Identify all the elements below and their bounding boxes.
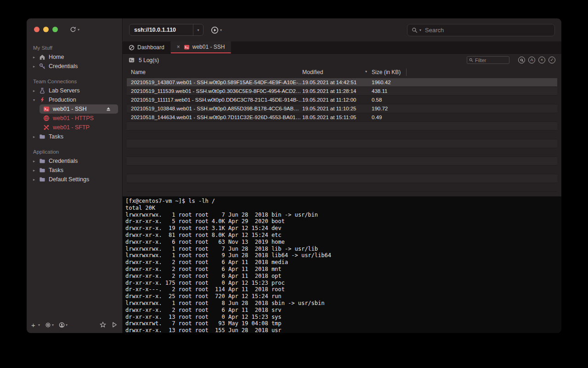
clear-log-button[interactable]: ×	[538, 57, 545, 63]
log-table-header: Name Modified▾ Size (in KB)	[127, 66, 557, 78]
user-menu-button[interactable]: ▾	[59, 322, 68, 328]
connection-dropdown[interactable]: ssh://10.0.1.110 ▾	[129, 24, 204, 36]
table-row[interactable]: 20210519_143807.web01 - SSH.w0t0p0.589F1…	[127, 78, 557, 87]
add-button[interactable]: + ▾	[31, 322, 40, 328]
connect-play-button[interactable]: ▾	[211, 26, 222, 34]
sync-dropdown-button[interactable]: ▾	[70, 26, 79, 33]
search-icon	[412, 27, 418, 33]
log-size-cell: 190.72	[372, 106, 406, 111]
sync-icon	[70, 26, 76, 33]
log-panel-header: 5 Log(s) Filter A × ✓	[123, 54, 561, 66]
terminal-line: drwxr-xr-x. 25 root root 720 Apr 12 15:2…	[125, 293, 561, 300]
tab-dashboard[interactable]: Dashboard	[123, 41, 171, 53]
flask-icon	[39, 87, 45, 94]
sidebar-item-credentials[interactable]: ▸Credentials	[27, 62, 122, 71]
sidebar-item-web01-sftp[interactable]: web01 - SFTP	[27, 123, 122, 132]
sidebar-section-title: Application	[27, 147, 122, 156]
terminal-line: lrwxrwxrwx. 1 root root 8 Jun 28 2018 sb…	[125, 300, 561, 307]
sidebar-item-tasks[interactable]: ▸Tasks	[27, 166, 122, 175]
log-name-cell: 20210519_111539.web01 - SSH.w0t0p0.3036C…	[127, 88, 302, 94]
column-header-name[interactable]: Name	[127, 69, 302, 75]
traffic-light-minimize-button[interactable]	[43, 27, 49, 32]
sidebar-item-home[interactable]: ▸Home	[27, 52, 122, 62]
xarrows-icon	[43, 124, 50, 131]
empty-table-row	[127, 183, 557, 192]
log-table-rows: 20210519_143807.web01 - SSH.w0t0p0.589F1…	[127, 78, 557, 192]
log-size-cell: 1960.42	[372, 80, 406, 85]
chevron-right-icon[interactable]: ▸	[33, 64, 39, 69]
eject-icon[interactable]	[106, 106, 111, 112]
log-count-label: 5 Log(s)	[139, 57, 159, 63]
terminal-line: drwxr-xr-x. 2 root root 6 Apr 11 2018 op…	[125, 273, 561, 280]
play-outline-button[interactable]	[111, 322, 118, 328]
log-modified-cell: 18.05.2021 at 15:11:05	[302, 115, 372, 120]
terminal-line: dr-xr-x---. 2 root root 114 Apr 11 2018 …	[125, 286, 561, 293]
terminal-line: drwxr-xr-x. 2 root root 6 Apr 11 2018 mn…	[125, 266, 561, 273]
sidebar-item-label: Production	[49, 97, 76, 103]
table-row[interactable]: 20210519_103848.web01 - SSH.w0t0p0.A855D…	[127, 104, 557, 113]
traffic-light-close-button[interactable]	[34, 27, 40, 32]
sidebar-item-web01-ssh[interactable]: web01 - SSH	[40, 104, 118, 114]
sidebar-item-web01-https[interactable]: web01 - HTTPS	[27, 114, 122, 123]
table-row[interactable]: 20210518_144634.web01 - SSH.w0t0p0.7D11C…	[127, 113, 557, 122]
terminal-line: drwxr-xr-x. 13 root root 155 Jun 28 2018…	[125, 327, 561, 333]
play-circle-icon	[211, 26, 219, 34]
chevron-down-icon: ▾	[52, 323, 54, 327]
connection-value: ssh://10.0.1.110	[130, 27, 193, 33]
sidebar-item-label: Tasks	[49, 167, 63, 173]
chevron-right-icon[interactable]: ▸	[33, 159, 39, 163]
tab-web01-ssh[interactable]: × web01 - SSH	[171, 41, 232, 53]
column-divider	[406, 69, 557, 76]
sidebar-item-credentials[interactable]: ▸Credentials	[27, 156, 122, 166]
close-tab-icon[interactable]: ×	[177, 44, 180, 50]
sort-chevron-icon: ▾	[365, 69, 367, 74]
chevron-down-icon[interactable]: ▾	[33, 98, 39, 102]
sidebar-item-production[interactable]: ▾Production	[27, 95, 122, 104]
sidebar-item-label: Home	[49, 54, 64, 60]
annotate-log-button[interactable]: A	[528, 57, 535, 63]
top-toolbar: ssh://10.0.1.110 ▾ ▾ ▾ Search	[123, 18, 561, 41]
search-input[interactable]: ▾ Search	[407, 24, 555, 36]
chevron-right-icon[interactable]: ▸	[33, 178, 39, 182]
favorite-star-button[interactable]	[100, 322, 106, 328]
log-name-cell: 20210518_144634.web01 - SSH.w0t0p0.7D11C…	[127, 115, 302, 120]
log-name-cell: 20210519_103848.web01 - SSH.w0t0p0.A855D…	[127, 106, 302, 111]
chevron-right-icon[interactable]: ▸	[33, 89, 39, 93]
connection-chevron-button[interactable]: ▾	[193, 24, 203, 35]
sidebar-sections: My Stuff▸Home▸CredentialsTeam Connection…	[27, 40, 122, 319]
table-row[interactable]: 20210519_111117.web01 - SSH.w0t0p0.DD6C3…	[127, 96, 557, 104]
chevron-right-icon[interactable]: ▸	[33, 135, 39, 139]
traffic-light-zoom-button[interactable]	[52, 27, 58, 32]
chevron-right-icon[interactable]: ▸	[33, 55, 39, 59]
terminal-line: dr-xr-xr-x. 175 root root 0 Apr 12 15:23…	[125, 280, 561, 287]
sidebar-item-lab-servers[interactable]: ▸Lab Servers	[27, 86, 122, 95]
magnifier-icon	[520, 58, 524, 62]
confirm-log-button[interactable]: ✓	[548, 57, 555, 63]
empty-table-row	[127, 166, 557, 174]
dashboard-icon	[129, 45, 135, 51]
log-name-cell: 20210519_111117.web01 - SSH.w0t0p0.DD6C3…	[127, 97, 302, 103]
terminal-line: drwxr-xr-x. 6 root root 63 Nov 13 2019 h…	[125, 239, 561, 246]
ssh-terminal[interactable]: [fx@centos7-vm ~]$ ls -lh /total 20Klrwx…	[123, 196, 561, 333]
terminal-line: [fx@centos7-vm ~]$ ls -lh /	[125, 198, 561, 205]
settings-button[interactable]: ▾	[45, 322, 54, 328]
zoom-log-button[interactable]	[518, 57, 525, 63]
terminal-line: dr-xr-xr-x. 13 root root 0 Apr 12 15:23 …	[125, 314, 561, 321]
folder-icon	[39, 167, 45, 173]
filter-input[interactable]: Filter	[467, 56, 509, 64]
chevron-right-icon[interactable]: ▸	[33, 168, 39, 172]
empty-table-row	[127, 122, 557, 131]
folder-icon	[39, 133, 45, 140]
home-icon	[39, 54, 45, 60]
app-window: ▾ My Stuff▸Home▸CredentialsTeam Connecti…	[27, 18, 561, 333]
sidebar-item-default-settings[interactable]: ▸Default Settings	[27, 175, 122, 184]
sidebar-bottom-bar: + ▾ ▾ ▾	[27, 319, 122, 333]
sidebar-item-label: Tasks	[49, 133, 63, 140]
column-header-size[interactable]: Size (in KB)	[372, 69, 406, 75]
sidebar-item-tasks[interactable]: ▸Tasks	[27, 132, 122, 141]
user-circle-icon	[59, 322, 65, 328]
chevron-down-icon: ▾	[419, 28, 421, 32]
column-header-modified[interactable]: Modified▾	[302, 69, 372, 75]
table-row[interactable]: 20210519_111539.web01 - SSH.w0t0p0.3036C…	[127, 87, 557, 96]
chevron-down-icon: ▾	[78, 28, 79, 32]
